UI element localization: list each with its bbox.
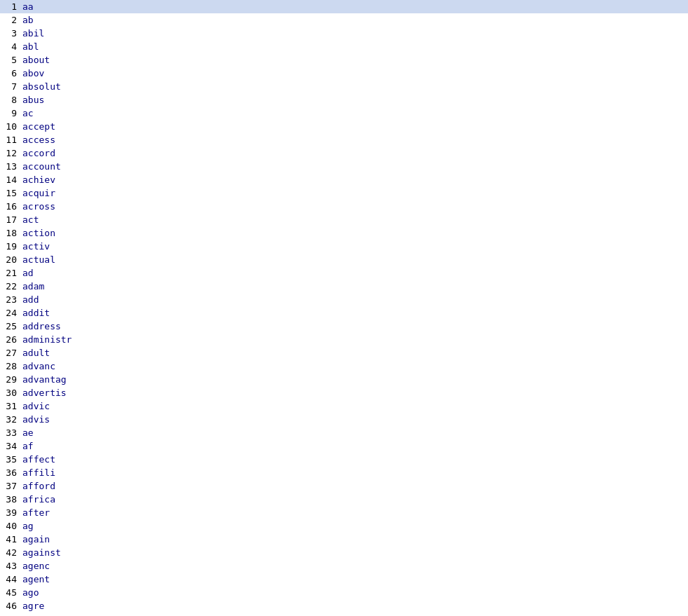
row-value: afford (22, 481, 55, 491)
row-value: ago (22, 587, 39, 598)
row-number: 1 (3, 1, 22, 12)
list-item[interactable]: 1aa (0, 0, 688, 13)
list-item[interactable]: 22adam (0, 280, 688, 293)
list-item[interactable]: 30advertis (0, 386, 688, 399)
row-value: action (22, 228, 55, 238)
list-item[interactable]: 35affect (0, 453, 688, 466)
row-value: addit (22, 308, 50, 318)
list-item[interactable]: 15acquir (0, 186, 688, 200)
list-item[interactable]: 9ac (0, 107, 688, 120)
row-number: 44 (3, 574, 22, 584)
list-item[interactable]: 17act (0, 213, 688, 226)
row-number: 32 (3, 414, 22, 425)
row-value: africa (22, 494, 55, 505)
list-item[interactable]: 40ag (0, 519, 688, 533)
list-item[interactable]: 6abov (0, 67, 688, 80)
row-number: 15 (3, 188, 22, 198)
list-item[interactable]: 46agre (0, 599, 688, 612)
list-item[interactable]: 31advic (0, 399, 688, 413)
list-item[interactable]: 11access (0, 133, 688, 146)
row-value: actual (22, 254, 55, 265)
list-item[interactable]: 43agenc (0, 559, 688, 573)
row-value: adult (22, 348, 50, 358)
row-value: administr (22, 334, 72, 345)
list-item[interactable]: 10accept (0, 120, 688, 133)
list-item[interactable]: 36affili (0, 466, 688, 479)
row-number: 5 (3, 55, 22, 65)
list-item[interactable]: 44agent (0, 573, 688, 586)
list-item[interactable]: 26administr (0, 333, 688, 346)
row-number: 46 (3, 601, 22, 611)
list-item[interactable]: 12accord (0, 146, 688, 160)
row-number: 41 (3, 534, 22, 545)
row-number: 26 (3, 334, 22, 345)
row-value: abus (22, 95, 44, 105)
row-value: again (22, 534, 50, 545)
row-number: 24 (3, 308, 22, 318)
row-number: 14 (3, 174, 22, 185)
row-value: ag (22, 521, 34, 531)
row-number: 28 (3, 361, 22, 371)
list-item[interactable]: 21ad (0, 266, 688, 280)
row-value: accord (22, 148, 55, 158)
row-value: af (22, 441, 34, 451)
list-item[interactable]: 16across (0, 200, 688, 213)
row-number: 6 (3, 68, 22, 78)
list-item[interactable]: 13account (0, 160, 688, 173)
row-number: 22 (3, 281, 22, 292)
list-item[interactable]: 29advantag (0, 373, 688, 386)
list-item[interactable]: 45ago (0, 586, 688, 599)
row-number: 36 (3, 467, 22, 478)
list-item[interactable]: 8abus (0, 93, 688, 107)
list-item[interactable]: 39after (0, 506, 688, 519)
row-value: act (22, 214, 39, 225)
list-item[interactable]: 38africa (0, 493, 688, 506)
row-number: 31 (3, 401, 22, 411)
row-number: 17 (3, 214, 22, 225)
row-number: 40 (3, 521, 22, 531)
row-number: 25 (3, 321, 22, 331)
row-number: 33 (3, 427, 22, 438)
row-number: 27 (3, 348, 22, 358)
list-item[interactable]: 5about (0, 53, 688, 67)
row-number: 11 (3, 135, 22, 145)
row-value: accept (22, 121, 55, 132)
row-value: abov (22, 68, 44, 78)
list-item[interactable]: 42against (0, 546, 688, 559)
row-value: ae (22, 427, 34, 438)
row-number: 4 (3, 41, 22, 52)
row-value: agre (22, 601, 44, 611)
list-item[interactable]: 33ae (0, 426, 688, 439)
list-item[interactable]: 3abil (0, 27, 688, 40)
row-number: 2 (3, 15, 22, 25)
row-value: achiev (22, 174, 55, 185)
list-item[interactable]: 28advanc (0, 360, 688, 373)
list-item[interactable]: 32advis (0, 413, 688, 426)
row-value: abl (22, 41, 39, 52)
row-value: against (22, 547, 61, 558)
list-item[interactable]: 27adult (0, 346, 688, 360)
list-item[interactable]: 41again (0, 533, 688, 546)
list-item[interactable]: 20actual (0, 253, 688, 266)
list-item[interactable]: 24addit (0, 306, 688, 320)
list-item[interactable]: 4abl (0, 40, 688, 53)
row-number: 38 (3, 494, 22, 505)
row-number: 3 (3, 28, 22, 39)
row-number: 10 (3, 121, 22, 132)
list-item[interactable]: 23add (0, 293, 688, 306)
row-value: advanc (22, 361, 55, 371)
list-item[interactable]: 14achiev (0, 173, 688, 186)
row-number: 19 (3, 241, 22, 252)
list-item[interactable]: 18action (0, 226, 688, 240)
list-item[interactable]: 25address (0, 320, 688, 333)
list-item[interactable]: 2ab (0, 13, 688, 27)
list-item[interactable]: 19activ (0, 240, 688, 253)
row-value: advic (22, 401, 50, 411)
row-value: after (22, 507, 50, 518)
list-item[interactable]: 34af (0, 439, 688, 453)
list-item[interactable]: 7absolut (0, 80, 688, 93)
row-number: 35 (3, 454, 22, 465)
row-value: account (22, 161, 61, 172)
list-item[interactable]: 37afford (0, 479, 688, 493)
row-number: 12 (3, 148, 22, 158)
